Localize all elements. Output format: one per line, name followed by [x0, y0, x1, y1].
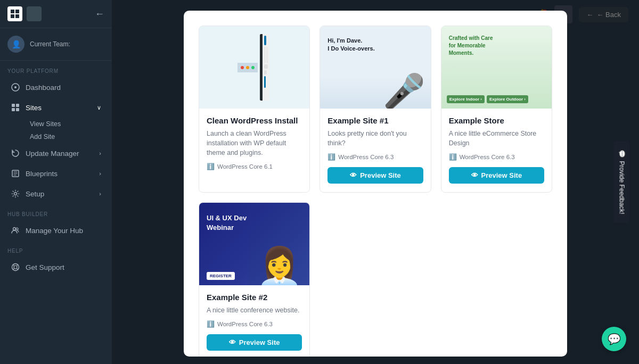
preview-store-label: Preview Site [481, 171, 522, 179]
modal-overlay: Clean WordPress Install Launch a clean W… [112, 0, 639, 364]
svg-rect-0 [11, 10, 14, 13]
sidebar-item-dashboard[interactable]: Dashboard [3, 78, 109, 97]
webinar-btn-label: REGISTER [207, 272, 235, 280]
store-info-icon: ℹ️ [449, 153, 457, 161]
example-store-desc: A nice little eCommerce Store Design [449, 129, 544, 148]
team-label: Current Team: [30, 40, 70, 48]
chat-bubble[interactable]: 💬 [602, 327, 626, 351]
site1-info-icon: ℹ️ [327, 153, 335, 161]
mockup-cta [264, 76, 266, 88]
logo-primary [7, 6, 22, 21]
clean-wp-meta-text: WordPress Core 6.1 [217, 163, 273, 170]
sidebar-logo-area: ← [0, 0, 112, 28]
svg-point-12 [13, 228, 16, 230]
preview-site-2-button[interactable]: 👁 Preview Site [207, 334, 302, 351]
clean-wp-title: Clean WordPress Install [207, 116, 302, 125]
example-site-1-meta: ℹ️ WordPress Core 6.3 [327, 153, 423, 161]
feedback-label: Provide Feedback! [618, 161, 625, 214]
sidebar: ← 👤 Current Team: YOUR PLATFORM Dashboar… [0, 0, 112, 364]
sites-icon [11, 103, 20, 112]
example-store-meta-text: WordPress Core 6.3 [460, 154, 515, 160]
preview-store-button[interactable]: 👁 Preview Site [449, 167, 544, 184]
sidebar-back-icon[interactable]: ← [95, 9, 104, 20]
sidebar-item-update-manager[interactable]: Update Manager › [3, 144, 109, 163]
sidebar-item-sites[interactable]: Sites ∨ [3, 98, 109, 117]
sidebar-team: 👤 Current Team: [0, 28, 112, 61]
webinar-person-area: 👩‍💼 [249, 203, 309, 285]
sidebar-item-setup[interactable]: Setup › [3, 184, 109, 203]
mockup-dot-green [251, 66, 255, 69]
sidebar-item-get-support-label: Get Support [26, 263, 64, 271]
example-store-body: Example Store A nice little eCommerce St… [441, 109, 552, 192]
sidebar-item-setup-label: Setup [26, 190, 44, 198]
store-card-heading: Crafted with Carefor MemorableMoments. [449, 35, 493, 57]
example-site-1-title: Example Site #1 [327, 116, 423, 125]
clean-wp-image [199, 26, 309, 109]
example-site-1-image: Hi, I'm Dave.I Do Voice-overs. 🎤 [320, 26, 430, 109]
card-clean-wp: Clean WordPress Install Launch a clean W… [199, 26, 310, 193]
site2-info-icon: ℹ️ [207, 320, 215, 328]
svg-rect-3 [15, 14, 19, 18]
section-help-label: HELP [0, 241, 112, 257]
main-area: r Plan 🔔 ← ← Back [112, 0, 639, 364]
example-site-2-desc: A nice little conference website. [207, 305, 302, 315]
svg-rect-9 [16, 108, 19, 111]
update-manager-chevron-icon: › [99, 150, 101, 156]
chat-bubble-icon: 💬 [608, 333, 621, 345]
clean-wp-desc: Launch a clean WordPress installation wi… [207, 129, 302, 158]
mockup-bar [237, 63, 258, 72]
sidebar-item-blueprints-label: Blueprints [26, 170, 58, 178]
feedback-chat-icon: 💬 [618, 150, 625, 158]
svg-rect-7 [16, 104, 19, 107]
mockup-dot-red [241, 66, 244, 69]
example-site-2-image: UI & UX DevWebinar 👩‍💼 REGISTER [199, 203, 309, 285]
team-avatar: 👤 [7, 36, 24, 53]
mockup-dot-yellow [246, 66, 249, 69]
sidebar-item-blueprints[interactable]: Blueprints › [3, 164, 109, 183]
store-btn-2: Explore Outdoor › [487, 95, 528, 103]
sidebar-item-update-manager-label: Update Manager [26, 150, 79, 158]
cards-grid: Clean WordPress Install Launch a clean W… [199, 26, 552, 357]
example-site-2-meta-text: WordPress Core 6.3 [217, 321, 273, 327]
example-store-image: Crafted with Carefor MemorableMoments. E… [441, 26, 552, 109]
feedback-tab[interactable]: 💬 Provide Feedback! [613, 141, 629, 222]
mockup-header-row [264, 36, 266, 45]
manage-hub-icon [11, 226, 20, 235]
svg-rect-8 [12, 108, 15, 111]
clean-wp-meta: ℹ️ WordPress Core 6.1 [207, 163, 302, 170]
example-site-1-meta-text: WordPress Core 6.3 [338, 154, 394, 160]
svg-rect-6 [12, 104, 15, 107]
webinar-person-emoji: 👩‍💼 [256, 248, 302, 285]
preview-site-2-label: Preview Site [239, 338, 280, 346]
sidebar-item-manage-hub[interactable]: Manage Your Hub [3, 221, 109, 240]
sidebar-item-dashboard-label: Dashboard [26, 84, 61, 92]
store-btn-1: Explore Indoor › [447, 95, 485, 103]
sidebar-item-get-support[interactable]: Get Support [3, 258, 109, 277]
example-store-title: Example Store [449, 116, 544, 125]
mockup-row-1 [264, 64, 268, 69]
card-example-site-2: UI & UX DevWebinar 👩‍💼 REGISTER Example … [199, 202, 310, 357]
svg-point-13 [16, 228, 18, 230]
svg-rect-1 [15, 10, 19, 13]
sidebar-sub-add-site[interactable]: Add Site [22, 130, 112, 143]
sidebar-sub-view-sites[interactable]: View Sites [22, 118, 112, 130]
wp-info-icon: ℹ️ [207, 163, 215, 170]
preview-site-1-button[interactable]: 👁 Preview Site [327, 167, 423, 184]
dashboard-icon [11, 82, 20, 92]
card-example-site-1: Hi, I'm Dave.I Do Voice-overs. 🎤 Example… [320, 26, 431, 193]
blueprints-chevron-icon: › [99, 170, 101, 177]
svg-rect-2 [11, 14, 14, 18]
sidebar-sites-submenu: View Sites Add Site [0, 118, 112, 143]
example-store-meta: ℹ️ WordPress Core 6.3 [449, 153, 544, 161]
svg-point-15 [14, 266, 17, 269]
example-site-1-desc: Looks pretty nice don't you think? [327, 129, 423, 148]
blueprints-icon [11, 169, 20, 178]
section-platform-label: YOUR PLATFORM [0, 61, 112, 77]
mockup-row-2 [264, 70, 267, 75]
update-manager-icon [11, 148, 20, 158]
example-site-1-body: Example Site #1 Looks pretty nice don't … [320, 109, 430, 192]
example-site-2-meta: ℹ️ WordPress Core 6.3 [207, 320, 302, 328]
preview-site-1-eye-icon: 👁 [350, 171, 357, 179]
get-support-icon [11, 262, 20, 272]
sites-chevron-icon: ∨ [97, 104, 101, 111]
